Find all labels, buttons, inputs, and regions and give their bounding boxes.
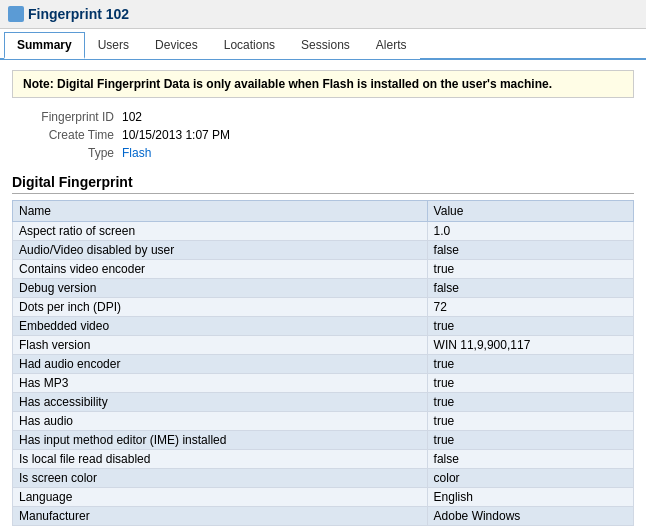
table-row: Dots per inch (DPI)72 [13, 298, 634, 317]
table-row: Has MP3true [13, 374, 634, 393]
table-row: Flash versionWIN 11,9,900,117 [13, 336, 634, 355]
type-label: Type [12, 146, 122, 160]
table-row: Embedded videotrue [13, 317, 634, 336]
tab-locations[interactable]: Locations [211, 32, 288, 59]
table-cell-value: false [427, 241, 633, 260]
type-value: Flash [122, 146, 151, 160]
fingerprint-icon [8, 6, 24, 22]
table-cell-name: Flash version [13, 336, 428, 355]
table-row: LanguageEnglish [13, 488, 634, 507]
table-cell-value: true [427, 374, 633, 393]
create-time-label: Create Time [12, 128, 122, 142]
table-cell-name: Aspect ratio of screen [13, 222, 428, 241]
table-row: Aspect ratio of screen1.0 [13, 222, 634, 241]
table-cell-value: true [427, 355, 633, 374]
table-row: Has audiotrue [13, 412, 634, 431]
page-header: Fingerprint 102 [0, 0, 646, 29]
table-row: Is screen colorcolor [13, 469, 634, 488]
fingerprint-table: NameValueAspect ratio of screen1.0Audio/… [12, 200, 634, 526]
table-cell-value: 72 [427, 298, 633, 317]
table-cell-value: 1.0 [427, 222, 633, 241]
fingerprint-id-label: Fingerprint ID [12, 110, 122, 124]
table-cell-value: true [427, 431, 633, 450]
table-cell-value: Adobe Windows [427, 507, 633, 526]
table-cell-value: true [427, 260, 633, 279]
table-row: Had audio encodertrue [13, 355, 634, 374]
content-area: Note: Digital Fingerprint Data is only a… [0, 60, 646, 527]
table-cell-name: Debug version [13, 279, 428, 298]
table-row: Is local file read disabledfalse [13, 450, 634, 469]
fingerprint-id-value: 102 [122, 110, 142, 124]
table-cell-name: Embedded video [13, 317, 428, 336]
tab-devices[interactable]: Devices [142, 32, 211, 59]
table-row: Contains video encodertrue [13, 260, 634, 279]
table-cell-value: true [427, 412, 633, 431]
page-title: Fingerprint 102 [28, 6, 129, 22]
table-row: Debug versionfalse [13, 279, 634, 298]
tab-alerts[interactable]: Alerts [363, 32, 420, 59]
table-cell-name: Has audio [13, 412, 428, 431]
table-row: Has accessibilitytrue [13, 393, 634, 412]
table-cell-value: true [427, 317, 633, 336]
table-cell-name: Contains video encoder [13, 260, 428, 279]
table-row: Has input method editor (IME) installedt… [13, 431, 634, 450]
tabs-bar: SummaryUsersDevicesLocationsSessionsAler… [0, 31, 646, 60]
table-cell-value: true [427, 393, 633, 412]
table-cell-name: Audio/Video disabled by user [13, 241, 428, 260]
create-time-row: Create Time 10/15/2013 1:07 PM [12, 128, 634, 142]
table-row: Audio/Video disabled by userfalse [13, 241, 634, 260]
table-cell-value: color [427, 469, 633, 488]
type-row: Type Flash [12, 146, 634, 160]
table-cell-name: Has accessibility [13, 393, 428, 412]
fingerprint-id-row: Fingerprint ID 102 [12, 110, 634, 124]
column-header-value: Value [427, 201, 633, 222]
table-cell-value: false [427, 279, 633, 298]
tab-summary[interactable]: Summary [4, 32, 85, 59]
table-cell-name: Has input method editor (IME) installed [13, 431, 428, 450]
note-box: Note: Digital Fingerprint Data is only a… [12, 70, 634, 98]
info-table: Fingerprint ID 102 Create Time 10/15/201… [12, 110, 634, 160]
tab-users[interactable]: Users [85, 32, 142, 59]
section-title: Digital Fingerprint [12, 174, 634, 194]
table-cell-name: Had audio encoder [13, 355, 428, 374]
table-cell-name: Is local file read disabled [13, 450, 428, 469]
tab-sessions[interactable]: Sessions [288, 32, 363, 59]
table-cell-value: English [427, 488, 633, 507]
table-cell-name: Has MP3 [13, 374, 428, 393]
table-cell-value: WIN 11,9,900,117 [427, 336, 633, 355]
table-cell-name: Language [13, 488, 428, 507]
create-time-value: 10/15/2013 1:07 PM [122, 128, 230, 142]
table-cell-value: false [427, 450, 633, 469]
column-header-name: Name [13, 201, 428, 222]
table-cell-name: Is screen color [13, 469, 428, 488]
table-row: ManufacturerAdobe Windows [13, 507, 634, 526]
table-cell-name: Dots per inch (DPI) [13, 298, 428, 317]
table-cell-name: Manufacturer [13, 507, 428, 526]
